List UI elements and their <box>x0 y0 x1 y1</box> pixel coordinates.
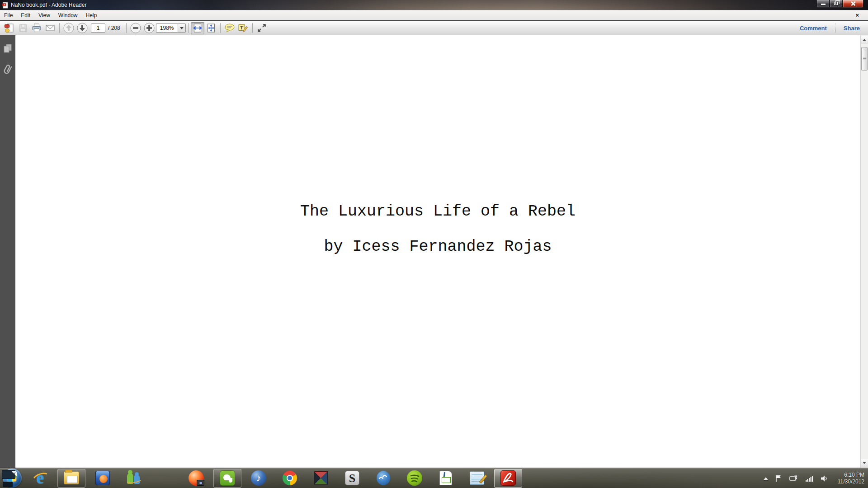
save-button[interactable] <box>16 22 30 34</box>
previous-page-icon <box>63 22 75 34</box>
taskbar-spotify[interactable] <box>401 469 429 488</box>
taskbar-messenger[interactable] <box>120 469 148 488</box>
menu-bar: File Edit View Window Help × <box>0 10 868 20</box>
scroll-down-icon <box>863 462 866 464</box>
taskbar-itunes[interactable]: ♪ <box>245 469 273 488</box>
vertical-scrollbar[interactable] <box>860 35 868 468</box>
comment-panel-button[interactable]: Comment <box>798 25 829 32</box>
power-battery-icon[interactable] <box>789 474 799 483</box>
fullscreen-button[interactable] <box>255 22 269 34</box>
next-page-icon <box>76 22 88 34</box>
evernote-icon <box>219 469 236 487</box>
page-thumbnails-icon <box>2 43 13 54</box>
taskbar-screenshot-tool[interactable] <box>182 469 210 488</box>
taskbar-notepad[interactable] <box>463 469 491 488</box>
menu-view[interactable]: View <box>34 11 54 20</box>
network-signal-icon[interactable] <box>805 474 814 483</box>
zoom-in-button[interactable] <box>142 22 156 34</box>
comment-balloon-icon <box>224 23 236 33</box>
menu-file[interactable]: File <box>0 11 17 20</box>
email-button[interactable] <box>43 22 57 34</box>
page-thumbnails-button[interactable] <box>2 42 14 54</box>
taskbar-media-player[interactable] <box>89 469 117 488</box>
toolbar-separator <box>126 23 127 33</box>
tray-time: 6:10 PM <box>835 472 864 479</box>
volume-icon[interactable] <box>820 474 830 483</box>
document-byline-text: by Icess Fernandez Rojas <box>15 238 860 256</box>
openoffice-calc-icon <box>437 469 454 487</box>
scroll-down-button[interactable] <box>861 459 868 467</box>
messenger-icon <box>125 469 142 487</box>
share-panel-button[interactable]: Share <box>842 25 862 32</box>
screenshot-tool-icon <box>188 469 205 487</box>
taskbar-remote-display[interactable] <box>151 469 179 488</box>
menu-window[interactable]: Window <box>54 11 82 20</box>
taskbar-apps: e ♪ S <box>26 468 522 488</box>
spotify-icon <box>406 469 423 487</box>
chrome-icon <box>281 469 298 487</box>
window-controls <box>816 0 863 8</box>
window-title: NaNo book.pdf - Adobe Reader <box>11 2 86 8</box>
previous-page-button[interactable] <box>62 22 75 34</box>
taskbar-openoffice[interactable] <box>369 469 397 488</box>
taskbar-openoffice-calc[interactable] <box>432 469 460 488</box>
next-page-button[interactable] <box>75 22 89 34</box>
pdf-file-icon <box>2 2 9 9</box>
taskbar-adobe-reader[interactable] <box>494 469 522 488</box>
comment-tool-button[interactable] <box>223 22 236 34</box>
openoffice-icon <box>375 469 392 487</box>
clock[interactable]: 6:10 PM 11/30/2012 <box>835 472 864 485</box>
menu-edit[interactable]: Edit <box>17 11 34 20</box>
print-button[interactable] <box>30 22 43 34</box>
toolbar-right-group: Comment Share <box>798 23 862 33</box>
menu-help[interactable]: Help <box>82 11 101 20</box>
minimize-icon <box>821 4 826 5</box>
internet-explorer-icon: e <box>32 469 49 487</box>
zoom-out-icon <box>130 22 142 34</box>
document-title-text: The Luxurious Life of a Rebel <box>15 202 860 221</box>
remote-display-icon <box>1 470 18 487</box>
sign-tool-button[interactable]: T <box>236 22 250 34</box>
adobe-reader-icon <box>500 469 517 487</box>
menubar-close-icon[interactable]: × <box>855 12 859 19</box>
taskbar-photo-app[interactable] <box>307 469 335 488</box>
paperclip-icon <box>2 63 14 77</box>
show-hidden-icons-button[interactable] <box>764 477 768 480</box>
restore-button[interactable] <box>830 0 843 8</box>
system-tray: 6:10 PM 11/30/2012 <box>764 468 868 488</box>
attachments-button[interactable] <box>2 64 14 76</box>
scrivener-icon: S <box>344 469 361 487</box>
fit-width-button[interactable] <box>191 22 204 34</box>
notepad-icon <box>468 469 486 487</box>
scroll-up-icon <box>863 39 866 41</box>
itunes-icon: ♪ <box>250 469 267 487</box>
taskbar-chrome[interactable] <box>276 469 304 488</box>
toolbar-separator <box>59 23 60 33</box>
open-button[interactable] <box>3 22 16 34</box>
minimize-button[interactable] <box>816 0 830 8</box>
print-icon <box>31 23 42 33</box>
page-number-input[interactable]: 1 <box>91 23 105 33</box>
action-center-flag-icon[interactable] <box>774 474 783 483</box>
zoom-dropdown-button[interactable] <box>178 23 186 33</box>
save-icon <box>18 23 28 33</box>
close-icon <box>850 1 856 6</box>
main-area: The Luxurious Life of a Rebel by Icess F… <box>0 35 868 468</box>
taskbar-evernote[interactable] <box>213 469 241 488</box>
scroll-up-button[interactable] <box>861 36 868 44</box>
close-button[interactable] <box>843 0 863 8</box>
email-icon <box>45 23 56 33</box>
sign-icon: T <box>237 23 249 33</box>
zoom-level-input[interactable]: 198% <box>156 23 178 33</box>
scrollbar-thumb[interactable] <box>861 47 868 70</box>
taskbar-scrivener[interactable]: S <box>338 469 366 488</box>
document-page[interactable]: The Luxurious Life of a Rebel by Icess F… <box>15 35 860 468</box>
taskbar-windows-explorer[interactable] <box>57 469 85 488</box>
zoom-out-button[interactable] <box>129 22 142 34</box>
fit-page-button[interactable] <box>204 22 218 34</box>
fit-width-icon <box>192 23 203 33</box>
toolbar-separator <box>220 23 221 33</box>
fullscreen-icon <box>256 23 268 33</box>
taskbar-internet-explorer[interactable]: e <box>26 469 54 488</box>
restore-icon <box>834 2 838 5</box>
